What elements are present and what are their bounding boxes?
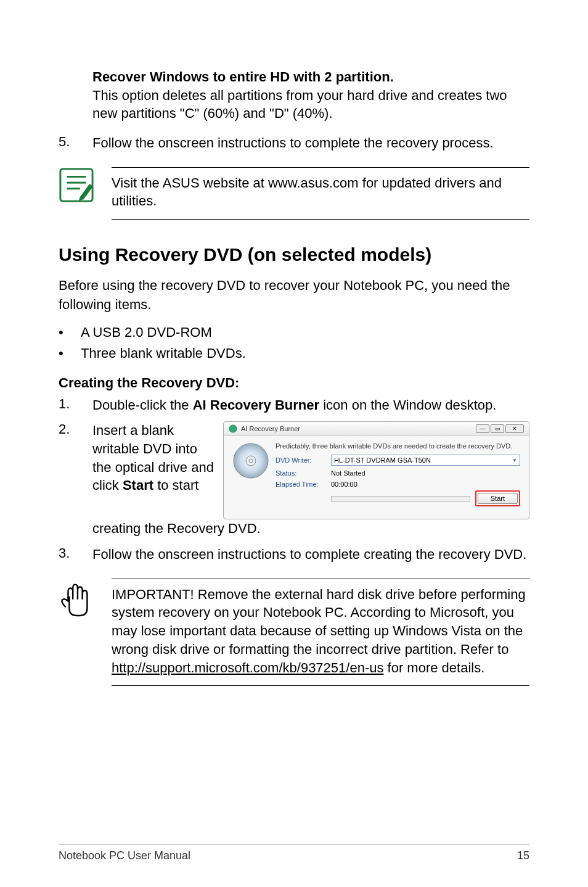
important-pre: IMPORTANT! Remove the external hard disk… (112, 587, 526, 657)
status-value: Not Started (331, 469, 520, 477)
progress-bar (331, 496, 470, 502)
window-title: AI Recovery Burner (241, 425, 300, 432)
option-body: This option deletes all partitions from … (92, 86, 529, 123)
bullet-1: A USB 2.0 DVD-ROM (81, 324, 212, 340)
elapsed-time-label: Elapsed Time: (276, 481, 331, 488)
dvd-writer-value: HL-DT-ST DVDRAM GSA-T50N (334, 456, 431, 464)
important-link[interactable]: http://support.microsoft.com/kb/937251/e… (112, 660, 383, 675)
step2-post-a: to start (153, 477, 198, 493)
step-number-2: 2. (59, 421, 92, 538)
important-text: IMPORTANT! Remove the external hard disk… (112, 579, 529, 686)
note-icon (59, 167, 94, 203)
start-button-highlight: Start (475, 490, 520, 506)
step-1-text: Double-click the AI Recovery Burner icon… (92, 396, 529, 415)
start-button[interactable]: Start (478, 493, 518, 504)
important-post: for more details. (383, 660, 484, 675)
step-number-5: 5. (59, 134, 92, 152)
ai-recovery-burner-screenshot: AI Recovery Burner — ▭ ✕ (223, 421, 529, 519)
step-2-text: Insert a blank writable DVD into the opt… (92, 421, 216, 495)
dvd-writer-select[interactable]: HL-DT-ST DVDRAM GSA-T50N ▼ (331, 455, 520, 466)
important-hand-icon (59, 579, 94, 621)
svg-point-7 (249, 459, 253, 463)
chevron-down-icon: ▼ (512, 458, 517, 463)
maximize-button[interactable]: ▭ (491, 424, 504, 433)
note-text: Visit the ASUS website at www.asus.com f… (112, 167, 529, 220)
subhead: Creating the Recovery DVD: (59, 375, 529, 391)
page-number: 15 (517, 849, 529, 862)
step2-bold: Start (123, 477, 153, 493)
step-3-text: Follow the onscreen instructions to comp… (92, 545, 529, 564)
intro-paragraph: Before using the recovery DVD to recover… (59, 276, 529, 315)
status-label: Status: (276, 469, 331, 477)
bullet-dot: • (59, 324, 81, 340)
step-number-3: 3. (59, 545, 92, 564)
svg-point-4 (229, 425, 237, 432)
footer-title: Notebook PC User Manual (59, 849, 190, 862)
step1-post: icon on the Window desktop. (319, 397, 496, 413)
elapsed-time-value: 00:00:00 (331, 481, 520, 488)
bullet-2: Three blank writable DVDs. (81, 345, 246, 361)
step1-bold: AI Recovery Burner (193, 397, 319, 413)
app-icon (229, 424, 237, 433)
step-5-text: Follow the onscreen instructions to comp… (92, 134, 529, 152)
dvd-disc-icon (232, 442, 269, 479)
svg-rect-0 (60, 169, 92, 201)
step-number-1: 1. (59, 396, 92, 415)
prediction-text: Predictably, three blank writable DVDs a… (276, 442, 520, 450)
close-button[interactable]: ✕ (505, 424, 524, 433)
section-heading: Using Recovery DVD (on selected models) (59, 244, 529, 265)
minimize-button[interactable]: — (476, 424, 489, 433)
bullet-dot: • (59, 345, 81, 361)
step1-pre: Double-click the (92, 397, 193, 413)
step2-trailing: creating the Recovery DVD. (92, 519, 529, 538)
dvd-writer-label: DVD Writer: (276, 456, 331, 464)
option-heading: Recover Windows to entire HD with 2 part… (92, 68, 529, 86)
